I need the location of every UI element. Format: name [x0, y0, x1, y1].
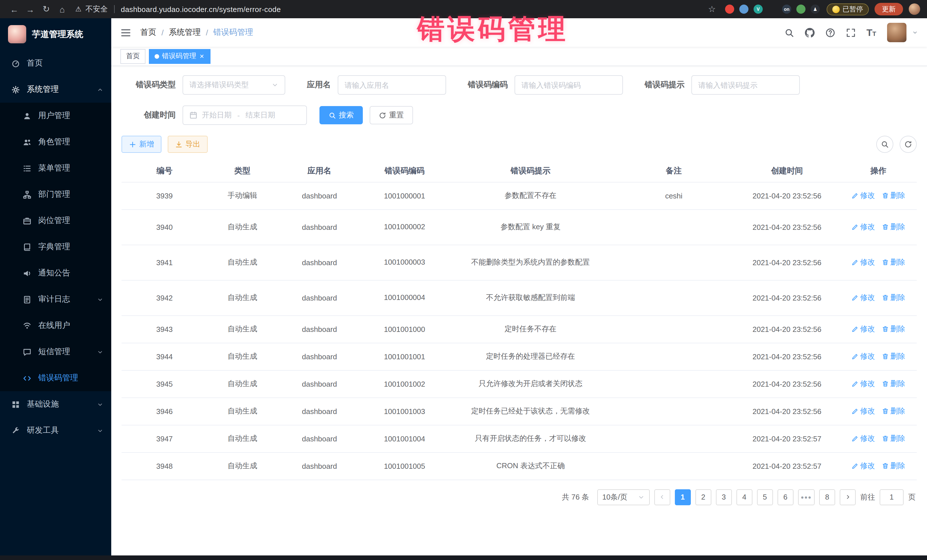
browser-profile-avatar[interactable]: [909, 3, 920, 15]
sidebar-item-sms[interactable]: 短信管理: [0, 339, 111, 365]
delete-link[interactable]: 删除: [881, 222, 905, 232]
refresh-table-button[interactable]: [900, 136, 917, 153]
edit-link[interactable]: 修改: [851, 351, 875, 361]
update-button[interactable]: 更新: [874, 3, 903, 15]
sidebar-item-menus[interactable]: 菜单管理: [0, 155, 111, 181]
search-icon[interactable]: [784, 28, 794, 37]
edit-link[interactable]: 修改: [851, 461, 875, 471]
edit-link[interactable]: 修改: [851, 190, 875, 201]
sidebar-item-notices[interactable]: 通知公告: [0, 260, 111, 286]
sidebar-item-roles[interactable]: 角色管理: [0, 129, 111, 155]
delete-link[interactable]: 删除: [881, 324, 905, 334]
sidebar-item-system[interactable]: 系统管理: [0, 76, 111, 103]
next-page-button[interactable]: [840, 489, 856, 505]
forward-icon[interactable]: →: [23, 2, 38, 17]
paused-badge[interactable]: 已暂停: [827, 3, 869, 15]
date-range-picker[interactable]: 开始日期 - 结束日期: [182, 106, 307, 125]
cell-id: 3946: [122, 398, 207, 425]
cell-code: 1001000004: [362, 280, 448, 316]
extension-icon[interactable]: ♟: [811, 5, 820, 14]
chevron-down-icon[interactable]: [912, 30, 918, 35]
address-bar[interactable]: ⚠ 不安全 dashboard.yudao.iocoder.cn/system/…: [75, 4, 699, 14]
reload-icon[interactable]: ↻: [39, 2, 54, 17]
toggle-search-button[interactable]: [876, 136, 894, 153]
filter-label-error-hint: 错误码提示: [644, 80, 685, 90]
extension-icon[interactable]: [796, 5, 805, 14]
github-icon[interactable]: [805, 28, 815, 37]
tab-label: 错误码管理: [162, 51, 196, 61]
delete-link[interactable]: 删除: [881, 351, 905, 361]
error-type-select[interactable]: 请选择错误码类型: [182, 75, 285, 95]
edit-link[interactable]: 修改: [851, 379, 875, 389]
home-icon[interactable]: ⌂: [55, 2, 70, 17]
page-button-6[interactable]: 6: [777, 489, 793, 505]
logo-image: [8, 25, 26, 43]
tab-error-code[interactable]: 错误码管理 ×: [149, 49, 210, 64]
breadcrumb-home[interactable]: 首页: [140, 27, 156, 38]
cell-time: 2021-04-20 23:52:56: [734, 244, 840, 280]
edit-link[interactable]: 修改: [851, 433, 875, 444]
help-icon[interactable]: [825, 28, 835, 37]
error-code-input[interactable]: [521, 81, 616, 89]
delete-link[interactable]: 删除: [881, 257, 905, 267]
extension-icon[interactable]: [725, 5, 734, 14]
sidebar-item-dev-tools[interactable]: 研发工具: [0, 417, 111, 444]
edit-link[interactable]: 修改: [851, 293, 875, 303]
fullscreen-icon[interactable]: [846, 28, 856, 37]
delete-link[interactable]: 删除: [881, 433, 905, 444]
page-button-2[interactable]: 2: [695, 489, 711, 505]
page-button-5[interactable]: 5: [757, 489, 773, 505]
app-name-input[interactable]: [345, 81, 439, 89]
sidebar-item-depts[interactable]: 部门管理: [0, 181, 111, 208]
extension-icon[interactable]: on: [782, 5, 791, 14]
sidebar-item-audit-logs[interactable]: 审计日志: [0, 286, 111, 313]
reset-button[interactable]: 重置: [370, 106, 413, 124]
delete-link[interactable]: 删除: [881, 190, 905, 201]
cell-hint: 参数配置 key 重复: [448, 209, 614, 244]
edit-link[interactable]: 修改: [851, 257, 875, 267]
tab-home[interactable]: 首页: [120, 49, 146, 64]
briefcase-icon: [23, 216, 31, 225]
sidebar-item-error-codes[interactable]: 错误码管理: [0, 365, 111, 391]
extension-icon[interactable]: [739, 5, 748, 14]
back-icon[interactable]: ←: [7, 2, 22, 17]
prev-page-button[interactable]: [654, 489, 670, 505]
extension-icon[interactable]: [768, 5, 777, 14]
close-icon[interactable]: ×: [199, 52, 205, 60]
delete-link[interactable]: 删除: [881, 406, 905, 416]
goto-page-input[interactable]: [880, 489, 904, 505]
hamburger-icon[interactable]: [120, 27, 131, 38]
edit-link[interactable]: 修改: [851, 222, 875, 232]
sidebar-item-home[interactable]: 首页: [0, 50, 111, 76]
edit-link[interactable]: 修改: [851, 324, 875, 334]
edit-link[interactable]: 修改: [851, 406, 875, 416]
add-button[interactable]: 新增: [122, 136, 161, 153]
cell-code: 1001001001: [362, 343, 448, 370]
sidebar-item-online-users[interactable]: 在线用户: [0, 313, 111, 339]
breadcrumb-system[interactable]: 系统管理: [169, 27, 201, 38]
page-size-select[interactable]: 10条/页: [597, 489, 649, 505]
sidebar-item-posts[interactable]: 岗位管理: [0, 208, 111, 234]
font-size-icon[interactable]: TT: [866, 28, 876, 37]
delete-link[interactable]: 删除: [881, 379, 905, 389]
bookmark-star-icon[interactable]: ☆: [705, 2, 719, 17]
error-hint-input[interactable]: [698, 81, 793, 89]
cell-actions: 修改删除: [840, 452, 917, 480]
more-pages-button[interactable]: ●●●: [798, 489, 815, 505]
user-avatar[interactable]: [887, 23, 906, 42]
logo[interactable]: 芋道管理系统: [0, 18, 111, 50]
delete-link[interactable]: 删除: [881, 461, 905, 471]
trash-icon: [881, 259, 889, 266]
delete-link[interactable]: 删除: [881, 293, 905, 303]
sidebar-item-infra[interactable]: 基础设施: [0, 391, 111, 417]
search-button[interactable]: 搜索: [319, 106, 363, 124]
export-button[interactable]: 导出: [168, 136, 208, 153]
page-button-1[interactable]: 1: [675, 489, 690, 505]
page-button-4[interactable]: 4: [736, 489, 752, 505]
page-button-8[interactable]: 8: [819, 489, 835, 505]
sidebar-item-dicts[interactable]: 字典管理: [0, 234, 111, 260]
page-button-3[interactable]: 3: [716, 489, 732, 505]
extension-icon[interactable]: V: [754, 5, 763, 14]
total-count: 共 76 条: [562, 492, 589, 502]
sidebar-item-users[interactable]: 用户管理: [0, 103, 111, 129]
